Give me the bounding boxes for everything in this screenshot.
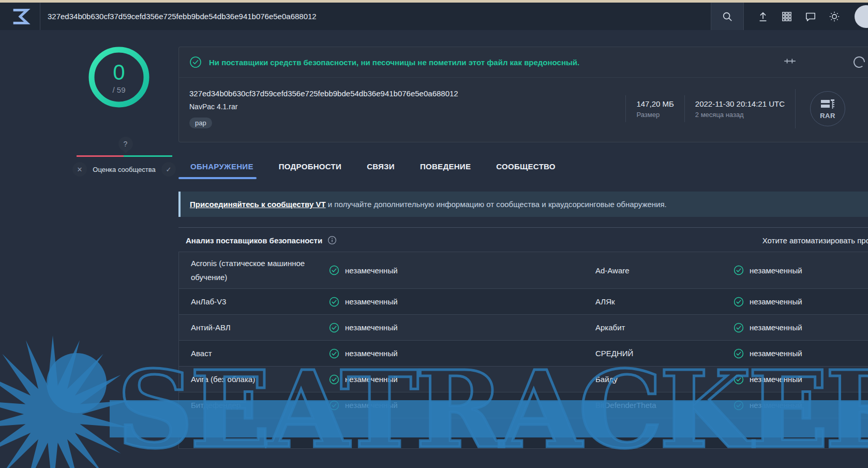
topbar-icons: [711, 3, 868, 30]
undetected-check-icon: [329, 323, 339, 333]
status-text: незамеченный: [750, 266, 802, 275]
community-score-gauge: [77, 155, 172, 157]
score-widget: 0 / 59 ? ✕ Оценка сообщества ✓: [72, 47, 178, 449]
vendor-name: BitDefenderTheta: [595, 394, 734, 416]
status-text: незамеченный: [345, 323, 398, 332]
vendor-name: Битдефендер: [191, 394, 329, 416]
undetected-check-icon: [734, 323, 744, 333]
vendor-name: АнЛаб-V3: [191, 290, 329, 313]
tab-details[interactable]: ПОДРОБНОСТИ: [279, 162, 341, 179]
join-community-link[interactable]: Присоединяйтесь к сообществу VT: [190, 200, 326, 209]
vote-down-button[interactable]: ✕: [72, 162, 87, 177]
vendor-name: Аркабит: [595, 316, 734, 339]
vendor-analysis-table: Acronis (статическое машинное обучение)н…: [178, 252, 868, 449]
vendor-name: Avira (без облака): [191, 368, 329, 390]
file-date-block: 2022-11-30 20:14:21 UTC 2 месяца назад: [684, 95, 795, 122]
vendor-status: незамеченный: [734, 323, 868, 333]
vendor-status: незамеченный: [329, 323, 595, 333]
vendor-status: незамеченный: [734, 297, 868, 307]
main-content: 0 / 59 ? ✕ Оценка сообщества ✓ Ни постав…: [0, 30, 868, 449]
upload-button[interactable]: [751, 3, 775, 30]
table-row: Антий-АВЛнезамеченныйАркабитнезамеченный: [179, 314, 868, 340]
status-text: незамеченный: [750, 349, 802, 358]
community-score-pin-label: ?: [124, 140, 128, 148]
reanalyze-icon[interactable]: [851, 54, 867, 70]
status-text: незамеченный: [750, 375, 802, 384]
clean-check-icon: [189, 56, 202, 68]
comment-icon: [805, 11, 816, 22]
tab-detection[interactable]: ОБНАРУЖЕНИЕ: [190, 162, 253, 179]
automate-checks-link[interactable]: Хотите автоматизировать про: [762, 236, 868, 245]
vendor-name: Антий-АВЛ: [191, 316, 329, 339]
undetected-check-icon: [329, 297, 339, 307]
vote-up-button[interactable]: ✓: [161, 162, 176, 177]
community-score-pin: ?: [118, 137, 133, 151]
undetected-check-icon: [734, 400, 744, 411]
tab-relations[interactable]: СВЯЗИ: [367, 162, 395, 179]
detection-ring: 0 / 59: [88, 47, 149, 108]
vendor-name: Ad-Aware: [595, 259, 734, 282]
tab-community[interactable]: СООБЩЕСТВО: [496, 162, 556, 179]
apps-grid-icon: [781, 11, 792, 22]
apps-menu-button[interactable]: [775, 3, 799, 30]
join-community-banner: Присоединяйтесь к сообществу VT и получа…: [178, 192, 868, 217]
vendor-status: незамеченный: [734, 400, 868, 411]
table-row: Acronis (статическое машинное обучение)н…: [179, 252, 868, 288]
analysis-title: Анализ поставщиков безопасности: [186, 236, 322, 245]
vendor-status: незамеченный: [329, 265, 595, 275]
vendor-name: СРЕДНИЙ: [595, 342, 734, 364]
join-community-text: и получайте дополнительную информацию от…: [326, 200, 667, 209]
undetected-check-icon: [734, 374, 744, 385]
status-text: незамеченный: [345, 349, 398, 358]
feedback-button[interactable]: [799, 3, 822, 30]
plug-icon[interactable]: [783, 54, 797, 68]
info-icon[interactable]: [327, 236, 337, 245]
undetected-check-icon: [329, 348, 339, 359]
tab-behavior[interactable]: ПОВЕДЕНИЕ: [420, 162, 471, 179]
file-size-value: 147,20 МБ: [636, 99, 674, 108]
status-text: незамеченный: [750, 297, 802, 306]
virustotal-logo[interactable]: [0, 3, 40, 30]
vendor-status: незамеченный: [329, 348, 595, 359]
archive-glyph-icon: [820, 98, 835, 111]
search-button[interactable]: [711, 3, 744, 30]
vendor-status: незамеченный: [734, 348, 868, 359]
file-hash[interactable]: 327ed34b0b630cf37d59cefd356e725febb9bde5…: [189, 89, 625, 98]
vendor-status: незамеченный: [329, 374, 595, 385]
file-details: 327ed34b0b630cf37d59cefd356e725febb9bde5…: [179, 78, 868, 142]
file-type-badge: RAR: [820, 112, 835, 120]
theme-toggle-button[interactable]: [822, 3, 846, 30]
analysis-header: Анализ поставщиков безопасности Хотите а…: [178, 228, 868, 252]
virustotal-logo-icon: [10, 6, 31, 27]
avatar[interactable]: [855, 5, 868, 28]
detections-total: / 59: [112, 85, 125, 94]
verdict-banner: Ни поставщики средств безопасности, ни п…: [179, 47, 868, 78]
file-tag-rar[interactable]: рар: [189, 118, 212, 128]
undetected-check-icon: [734, 265, 744, 275]
undetected-check-icon: [734, 297, 744, 307]
search-input[interactable]: [40, 12, 711, 21]
search-icon: [722, 11, 733, 22]
vendor-name: Аваст: [191, 342, 329, 364]
file-size-block: 147,20 МБ Размер: [625, 95, 684, 122]
community-vote-row: ✕ Оценка сообщества ✓: [72, 162, 176, 177]
vendor-status: незамеченный: [329, 400, 595, 411]
table-row-partial: [179, 418, 868, 448]
table-row: АнЛаб-V3незамеченныйАЛЯкнезамеченный: [179, 288, 868, 314]
vendor-name: Байду: [595, 368, 734, 390]
status-text: незамеченный: [345, 375, 398, 384]
status-text: незамеченный: [345, 297, 398, 306]
undetected-check-icon: [329, 265, 339, 275]
file-date-ago: 2 месяца назад: [695, 111, 785, 119]
file-size-label: Размер: [636, 111, 674, 119]
file-type-block: RAR: [795, 89, 864, 128]
status-text: незамеченный: [345, 266, 398, 275]
vendor-status: незамеченный: [734, 374, 868, 385]
vendor-status: незамеченный: [734, 265, 868, 275]
file-name: NavPac 4.1.rar: [189, 103, 625, 111]
undetected-check-icon: [329, 374, 339, 385]
undetected-check-icon: [734, 348, 744, 359]
vendor-status: незамеченный: [329, 297, 595, 307]
file-summary-card: Ни поставщики средств безопасности, ни п…: [178, 47, 868, 142]
detections-count: 0: [113, 62, 125, 83]
